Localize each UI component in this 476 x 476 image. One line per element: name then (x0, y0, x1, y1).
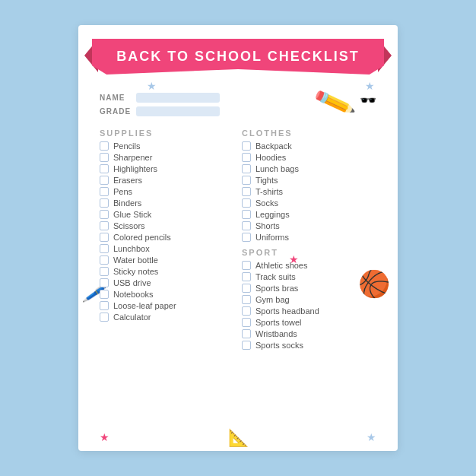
list-item: Colored pencils (100, 233, 234, 242)
checkbox[interactable] (100, 164, 109, 173)
checkbox[interactable] (242, 261, 251, 270)
item-label: Socks (255, 198, 278, 208)
item-label: Pens (113, 187, 132, 196)
list-item: Glue Stick (100, 210, 234, 219)
item-label: Colored pencils (113, 233, 171, 242)
checkbox[interactable] (242, 329, 251, 338)
supplies-column: SUPPLIES Pencils Sharpener Highlighters … (100, 125, 234, 324)
list-item: Pencils (100, 141, 234, 151)
item-label: T-shirts (255, 187, 283, 196)
checkbox[interactable] (242, 198, 251, 208)
clothes-list: Backpack Hoodies Lunch bags Tights T-shi… (242, 141, 376, 242)
item-label: USB drive (113, 278, 151, 287)
list-item: Sports towel (242, 318, 376, 327)
checkbox[interactable] (100, 221, 109, 230)
item-label: Athletic shoes (255, 261, 307, 270)
item-label: Uniforms (255, 233, 289, 242)
checkbox[interactable] (100, 153, 109, 162)
item-label: Sports towel (255, 318, 302, 327)
item-label: Binders (113, 198, 141, 208)
list-item: Loose-leaf paper (100, 301, 234, 310)
checkbox[interactable] (242, 187, 251, 196)
list-item: Socks (242, 198, 376, 208)
checkbox[interactable] (242, 210, 251, 219)
item-label: Hoodies (255, 153, 286, 162)
checkbox[interactable] (242, 221, 251, 230)
checkbox[interactable] (100, 210, 109, 219)
item-label: Sports headband (255, 306, 319, 316)
list-item: Sports socks (242, 341, 376, 350)
checkbox[interactable] (242, 341, 251, 350)
item-label: Notebooks (113, 290, 154, 299)
item-label: Track suits (255, 272, 296, 281)
list-item: Sports headband (242, 306, 376, 316)
checkbox[interactable] (242, 233, 251, 242)
item-label: Wristbands (255, 329, 297, 338)
checkbox[interactable] (100, 198, 109, 208)
list-item: Backpack (242, 141, 376, 151)
list-item: Athletic shoes (242, 261, 376, 270)
item-label: Loose-leaf paper (113, 301, 176, 310)
checkbox[interactable] (100, 290, 109, 299)
checkbox[interactable] (242, 318, 251, 327)
supplies-title: SUPPLIES (100, 129, 234, 138)
checkbox[interactable] (100, 255, 109, 265)
list-item: Scissors (100, 221, 234, 230)
main-columns: SUPPLIES Pencils Sharpener Highlighters … (100, 125, 376, 352)
item-label: Lunchbox (113, 244, 150, 253)
item-label: Gym bag (255, 295, 290, 304)
list-item: Leggings (242, 210, 376, 219)
grade-input-line[interactable] (136, 106, 220, 116)
page-title: BACK TO SCHOOL CHECKLIST (92, 39, 384, 75)
ruler-icon: 📐 (228, 428, 249, 448)
item-label: Backpack (255, 141, 292, 151)
item-label: Leggings (255, 210, 290, 219)
checkbox[interactable] (242, 141, 251, 151)
item-label: Glue Stick (113, 210, 151, 219)
name-input-line[interactable] (136, 93, 220, 103)
checkbox[interactable] (242, 164, 251, 173)
list-item: Gym bag (242, 295, 376, 304)
list-item: Tights (242, 176, 376, 185)
list-item: Sticky notes (100, 267, 234, 276)
list-item: Track suits (242, 272, 376, 281)
list-item: Notebooks (100, 290, 234, 299)
item-label: Highlighters (113, 164, 157, 173)
item-label: Erasers (113, 176, 142, 185)
list-item: Erasers (100, 176, 234, 185)
list-item: Lunch bags (242, 164, 376, 173)
list-item: Wristbands (242, 329, 376, 338)
list-item: Sharpener (100, 153, 234, 162)
list-item: Lunchbox (100, 244, 234, 253)
list-item: Hoodies (242, 153, 376, 162)
item-label: Tights (255, 176, 278, 185)
checkbox[interactable] (100, 187, 109, 196)
sport-list: Athletic shoes Track suits Sports bras G… (242, 261, 376, 350)
checkbox[interactable] (100, 267, 109, 276)
item-label: Water bottle (113, 255, 158, 265)
checkbox[interactable] (242, 153, 251, 162)
checkbox[interactable] (242, 306, 251, 316)
checkbox[interactable] (100, 301, 109, 310)
checkbox[interactable] (100, 278, 109, 287)
star-icon-bottomleft: ★ (100, 431, 109, 443)
checkbox[interactable] (100, 141, 109, 151)
list-item: Binders (100, 198, 234, 208)
item-label: Sports bras (255, 284, 298, 293)
list-item: Calculator (100, 313, 234, 322)
list-item: Shorts (242, 221, 376, 230)
checkbox[interactable] (242, 272, 251, 281)
checkbox[interactable] (100, 176, 109, 185)
item-label: Calculator (113, 313, 151, 322)
checkbox[interactable] (100, 244, 109, 253)
content-area: NAME GRADE SUPPLIES Pencils Sharpener Hi… (78, 75, 398, 352)
item-label: Sticky notes (113, 267, 158, 276)
item-label: Lunch bags (255, 164, 299, 173)
checkbox[interactable] (242, 284, 251, 293)
checkbox[interactable] (242, 176, 251, 185)
item-label: Sharpener (113, 153, 152, 162)
checkbox[interactable] (100, 233, 109, 242)
checkbox[interactable] (100, 313, 109, 322)
checkbox[interactable] (242, 295, 251, 304)
item-label: Shorts (255, 221, 280, 230)
